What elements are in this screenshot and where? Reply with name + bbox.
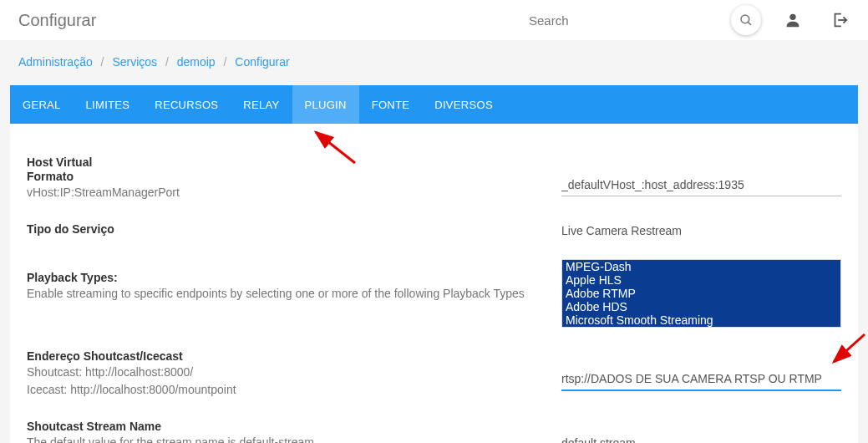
breadcrumb-sep: /	[224, 55, 227, 69]
stream-name-title: Shoutcast Stream Name	[27, 420, 541, 433]
service-type-title: Tipo do Serviço	[27, 222, 541, 236]
stream-name-desc: The default value for the stream name is…	[27, 434, 541, 443]
search-icon	[739, 13, 754, 28]
tabs: GERAL LIMITES RECURSOS RELAY PLUGIN FONT…	[10, 85, 858, 124]
playback-option[interactable]: Microsoft Smooth Streaming	[562, 313, 840, 327]
breadcrumb-item-admin[interactable]: Administração	[18, 55, 93, 69]
content-card: GERAL LIMITES RECURSOS RELAY PLUGIN FONT…	[10, 85, 858, 443]
stream-name-value: default.stream	[561, 435, 841, 443]
row-service-type: Tipo do Serviço Live Camera Restream	[27, 214, 841, 251]
tab-limites[interactable]: LIMITES	[74, 85, 143, 124]
row-shoutcast: Endereço Shoutcast/Icecast Shoutcast: ht…	[27, 341, 841, 411]
shoutcast-input[interactable]	[561, 368, 841, 391]
svg-point-0	[741, 15, 749, 23]
playback-desc: Enable streaming to specific endpoints b…	[27, 285, 541, 302]
row-vhost: Host Virtual Formato vHost:IP:StreamMana…	[27, 147, 841, 214]
tab-diversos[interactable]: DIVERSOS	[422, 85, 505, 124]
breadcrumb-item-services[interactable]: Serviços	[112, 55, 157, 69]
svg-line-1	[748, 22, 751, 25]
breadcrumb-sep: /	[101, 55, 104, 69]
playback-select[interactable]: MPEG-Dash Apple HLS Adobe RTMP Adobe HDS…	[561, 259, 841, 328]
vhost-title: Host Virtual	[27, 155, 541, 169]
user-button[interactable]	[778, 5, 808, 35]
logout-icon	[830, 11, 849, 29]
tab-plugin[interactable]: PLUGIN	[292, 85, 359, 124]
playback-option[interactable]: MPEG-Dash	[562, 260, 840, 273]
svg-point-2	[789, 14, 795, 20]
shoutcast-line1: Shoutcast: http://localhost:8000/	[27, 364, 541, 380]
tab-recursos[interactable]: RECURSOS	[142, 85, 231, 124]
tab-fonte[interactable]: FONTE	[359, 85, 423, 124]
playback-option[interactable]: Adobe HDS	[562, 300, 840, 313]
tab-geral[interactable]: GERAL	[10, 85, 74, 124]
page-title: Configurar	[18, 11, 96, 30]
user-icon	[784, 11, 802, 29]
search-container	[529, 5, 761, 35]
tab-relay[interactable]: RELAY	[231, 85, 292, 124]
shoutcast-line2: Icecast: http://localhost:8000/mountpoin…	[27, 381, 541, 398]
vhost-desc: vHost:IP:StreamManagerPort	[27, 184, 541, 201]
breadcrumb-item-configurar[interactable]: Configurar	[235, 55, 289, 69]
form-area: Host Virtual Formato vHost:IP:StreamMana…	[10, 124, 858, 443]
shoutcast-title: Endereço Shoutcast/Icecast	[27, 349, 541, 363]
vhost-subtitle: Formato	[27, 170, 541, 183]
service-type-value: Live Camera Restream	[561, 222, 841, 237]
search-input[interactable]	[529, 13, 721, 28]
logout-button[interactable]	[825, 5, 855, 35]
playback-title: Playback Types:	[27, 271, 541, 284]
playback-option[interactable]: Apple HLS	[562, 273, 840, 287]
search-button[interactable]	[731, 5, 761, 35]
vhost-input[interactable]	[561, 174, 841, 196]
breadcrumb: Administração / Serviços / demoip / Conf…	[0, 40, 868, 77]
row-playback: Playback Types: Enable streaming to spec…	[27, 251, 841, 341]
row-stream-name: Shoutcast Stream Name The default value …	[27, 411, 841, 443]
topbar: Configurar	[0, 0, 868, 40]
breadcrumb-sep: /	[165, 55, 169, 69]
playback-option[interactable]: Adobe RTMP	[562, 287, 840, 300]
breadcrumb-item-demoip[interactable]: demoip	[177, 55, 216, 69]
